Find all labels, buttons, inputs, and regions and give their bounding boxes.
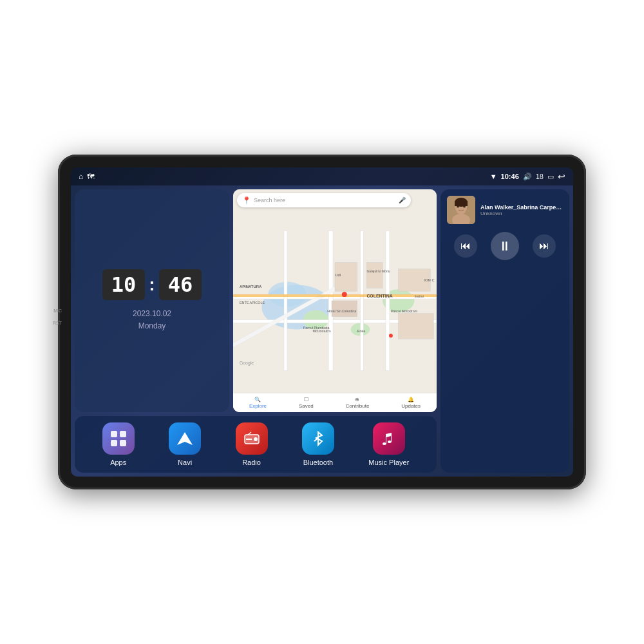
wifi-icon: ▼ [490,173,497,180]
svg-text:Parcul Motodrom: Parcul Motodrom [391,309,418,313]
music-meta: Alan Walker_Sabrina Carpenter_F... Unkno… [480,204,563,216]
mic-label: MIC [53,308,62,313]
svg-point-32 [342,292,347,297]
back-icon[interactable]: ↩ [558,171,565,182]
radio-icon [236,422,268,455]
svg-rect-41 [455,201,468,206]
play-pause-button[interactable]: ⏸ [491,232,519,260]
prev-button[interactable]: ⏮ [454,234,477,258]
contribute-icon: ⊕ [355,397,359,402]
svg-rect-19 [233,294,437,297]
app-item-radio[interactable]: Radio [236,422,268,466]
bluetooth-label: Bluetooth [303,459,333,466]
music-info: Alan Walker_Sabrina Carpenter_F... Unkno… [447,196,563,224]
clock-date-value: 2023.10.02 [133,308,171,320]
svg-rect-18 [399,314,433,339]
updates-label: Updates [401,403,421,409]
explore-icon: 🔍 [254,397,261,402]
car-head-unit: MIC RST ⌂ 🗺 ▼ 10:46 🔊 18 ▭ ↩ 10 [58,155,586,489]
music-controls: ⏮ ⏸ ⏭ [447,232,563,260]
clock-date: 2023.10.02 Monday [133,308,171,332]
status-left: ⌂ 🗺 [79,172,94,181]
side-labels: MIC RST [53,308,62,325]
app-item-music[interactable]: Music Player [368,422,409,466]
music-label: Music Player [368,459,409,466]
map-explore-btn[interactable]: 🔍 Explore [249,397,267,409]
music-cover-art [447,196,475,224]
svg-text:Roka: Roka [357,329,366,333]
clock-widget: 10 : 46 2023.10.02 Monday [75,189,229,412]
clock-colon: : [149,274,155,295]
app-item-navi[interactable]: Navi [169,422,201,466]
radio-label: Radio [242,459,261,466]
svg-rect-15 [366,263,383,289]
svg-rect-43 [120,431,126,437]
app-item-apps[interactable]: Apps [102,422,135,466]
map-search-text: Search here [254,197,285,204]
music-icon [373,422,405,455]
map-saved-btn[interactable]: ☐ Saved [299,397,314,409]
saved-icon: ☐ [304,397,308,402]
svg-text:ION C: ION C [424,278,435,282]
svg-text:Garajul lui Mortu: Garajul lui Mortu [366,270,390,273]
map-bottom-bar: 🔍 Explore ☐ Saved ⊕ Contribute 🔔 [233,393,437,412]
album-art [447,196,475,224]
map-search-bar[interactable]: 📍 Search here 🎤 [237,193,411,207]
battery-icon: ▭ [547,173,554,181]
apps-label: Apps [110,459,126,466]
clock-display: 10 : 46 [102,269,202,300]
svg-text:Hotel Sir Colentina: Hotel Sir Colentina [327,309,357,313]
app-item-bluetooth[interactable]: Bluetooth [302,422,334,466]
music-artist: Unknown [480,211,563,216]
svg-point-48 [254,437,258,441]
updates-icon: 🔔 [408,397,414,402]
status-right: ▼ 10:46 🔊 18 ▭ ↩ [490,171,565,182]
mic-icon[interactable]: 🎤 [399,197,406,204]
svg-text:ENTE APICOLE: ENTE APICOLE [240,301,265,305]
rst-label: RST [53,321,62,325]
svg-text:Institut: Institut [414,295,424,298]
main-content: 10 : 46 2023.10.02 Monday [71,185,573,477]
svg-point-33 [389,334,393,337]
navi-icon [169,422,201,455]
svg-rect-9 [361,231,364,370]
apps-icon [102,422,135,455]
svg-rect-45 [120,440,126,446]
google-pin-icon: 📍 [242,196,251,205]
svg-rect-10 [386,231,390,370]
clock-day: Monday [133,320,171,332]
bluetooth-icon [302,422,334,455]
svg-rect-44 [111,440,117,446]
svg-text:COLENTINA: COLENTINA [366,294,392,298]
status-bar: ⌂ 🗺 ▼ 10:46 🔊 18 ▭ ↩ [71,167,573,185]
clock-hour: 10 [102,269,146,300]
battery-number: 18 [536,173,544,180]
next-button[interactable]: ⏭ [533,234,556,258]
nav-icon[interactable]: 🗺 [87,173,94,180]
map-background: APINATURA ENTE APICOLE Lidl Garajul lui … [233,189,437,412]
home-icon[interactable]: ⌂ [79,172,83,181]
contribute-label: Contribute [345,403,369,409]
svg-rect-11 [284,231,287,370]
music-title: Alan Walker_Sabrina Carpenter_F... [480,204,563,211]
saved-label: Saved [299,403,314,409]
navi-label: Navi [178,459,192,466]
status-time: 10:46 [501,173,519,180]
app-bar: Apps Navi [75,416,437,473]
svg-text:APINATURA: APINATURA [240,285,262,289]
screen: ⌂ 🗺 ▼ 10:46 🔊 18 ▭ ↩ 10 : 46 [71,167,573,477]
volume-icon: 🔊 [523,173,532,181]
music-panel: Alan Walker_Sabrina Carpenter_F... Unkno… [440,189,569,473]
map-contribute-btn[interactable]: ⊕ Contribute [345,397,369,409]
svg-text:Parcul Plumbuita: Parcul Plumbuita [303,326,330,330]
svg-text:Google: Google [240,361,254,366]
svg-text:Lidl: Lidl [335,273,341,277]
svg-marker-46 [177,432,193,445]
map-updates-btn[interactable]: 🔔 Updates [401,397,421,409]
clock-minute: 46 [159,269,202,300]
svg-rect-42 [111,431,117,437]
map-widget[interactable]: APINATURA ENTE APICOLE Lidl Garajul lui … [233,189,437,412]
explore-label: Explore [249,403,267,409]
